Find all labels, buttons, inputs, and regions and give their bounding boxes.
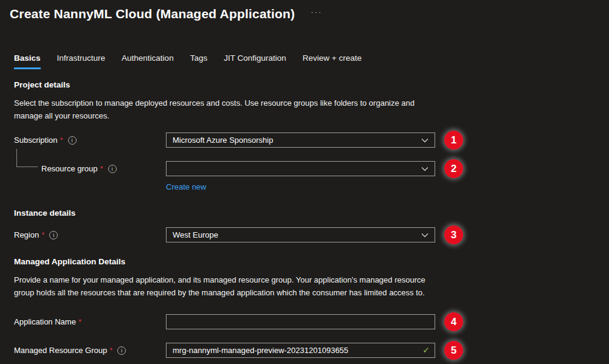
managed-resource-group-input[interactable] <box>166 343 435 358</box>
section-heading-project-details: Project details <box>14 80 609 89</box>
application-name-label: Application Name * <box>14 317 166 326</box>
resource-group-row: Resource group * i 2 <box>14 159 609 178</box>
subscription-dropdown[interactable]: Microsoft Azure Sponsorship <box>166 132 435 148</box>
tab-review-create[interactable]: Review + create <box>303 53 362 69</box>
required-asterisk: * <box>41 230 44 239</box>
info-icon[interactable]: i <box>49 231 58 239</box>
managed-resource-group-label: Managed Resource Group * i <box>14 346 166 355</box>
subscription-label: Subscription * i <box>14 136 166 145</box>
chevron-down-icon <box>421 167 428 171</box>
create-new-link[interactable]: Create new <box>166 182 206 191</box>
tab-infrastructure[interactable]: Infrastructure <box>57 53 106 69</box>
annotation-badge-1: 1 <box>444 131 463 149</box>
section-heading-managed-application-details: Managed Application Details <box>14 257 609 266</box>
region-label: Region * i <box>14 230 166 239</box>
chevron-down-icon <box>421 233 428 238</box>
checkmark-icon: ✓ <box>422 345 430 355</box>
subscription-row: Subscription * i Microsoft Azure Sponsor… <box>14 131 609 149</box>
annotation-badge-3: 3 <box>444 225 463 244</box>
required-asterisk: * <box>60 136 63 145</box>
required-asterisk: * <box>100 164 103 173</box>
region-dropdown[interactable]: West Europe <box>166 227 435 242</box>
info-icon[interactable]: i <box>117 346 126 355</box>
tab-tags[interactable]: Tags <box>190 53 208 69</box>
required-asterisk: * <box>109 346 112 355</box>
application-name-row: Application Name * 4 <box>14 312 609 331</box>
subscription-dropdown-value: Microsoft Azure Sponsorship <box>173 136 273 145</box>
resource-group-dropdown[interactable] <box>166 161 435 176</box>
basics-form: Subscription * i Microsoft Azure Sponsor… <box>14 131 609 360</box>
managed-resource-group-row: Managed Resource Group * i ✓ 5 <box>14 341 609 360</box>
required-asterisk: * <box>78 317 81 326</box>
chevron-down-icon <box>421 138 428 143</box>
page-header: Create NannyML Cloud (Managed Applicatio… <box>0 0 609 23</box>
annotation-badge-2: 2 <box>444 159 463 178</box>
more-options-icon[interactable]: ··· <box>311 7 322 16</box>
annotation-badge-5: 5 <box>444 341 463 360</box>
field-connector-line <box>16 149 38 167</box>
wizard-tabs: Basics Infrastructure Authentication Tag… <box>14 53 609 69</box>
tab-authentication[interactable]: Authentication <box>122 53 174 69</box>
page-title: Create NannyML Cloud (Managed Applicatio… <box>10 5 295 23</box>
annotation-badge-4: 4 <box>444 312 463 331</box>
project-details-description: Select the subscription to manage deploy… <box>14 97 443 122</box>
region-row: Region * i West Europe 3 <box>14 225 609 244</box>
application-name-input[interactable] <box>166 314 435 329</box>
info-icon[interactable]: i <box>68 136 77 145</box>
section-heading-instance-details: Instance details <box>14 208 609 218</box>
info-icon[interactable]: i <box>108 165 117 173</box>
tab-jit-configuration[interactable]: JIT Configuration <box>224 53 286 69</box>
tab-basics[interactable]: Basics <box>14 53 41 69</box>
region-dropdown-value: West Europe <box>173 230 218 239</box>
managed-application-description: Provide a name for your managed applicat… <box>14 273 443 299</box>
